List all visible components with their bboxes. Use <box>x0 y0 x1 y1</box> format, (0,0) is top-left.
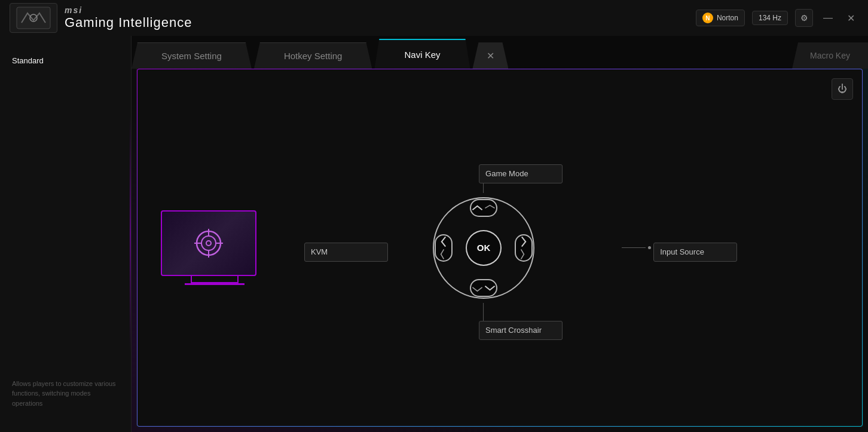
gear-icon: ⚙ <box>800 13 808 23</box>
tab-hotkey-label: Hotkey Setting <box>284 51 343 61</box>
titlebar: msi Gaming Intelligence N Norton 134 Hz … <box>0 0 868 36</box>
dpad-down-button[interactable] <box>470 279 497 297</box>
crosshair-graphic <box>191 225 227 261</box>
tab-hotkey-setting[interactable]: Hotkey Setting <box>254 42 372 69</box>
minimize-icon: — <box>823 13 833 23</box>
svg-point-4 <box>206 241 211 246</box>
logo-area: msi Gaming Intelligence <box>10 3 192 33</box>
smart-crosshair-dropdown[interactable]: Smart Crosshair <box>479 321 563 340</box>
tab-macro-label: Macro Key <box>810 51 850 60</box>
tab-navi-label: Navi Key <box>404 50 440 60</box>
tab-navi-key[interactable]: Navi Key <box>374 39 470 69</box>
navi-key-panel: ⏻ <box>136 69 863 427</box>
gear-button[interactable]: ⚙ <box>795 9 813 27</box>
main-layout: Standard Allows players to customize var… <box>0 36 868 432</box>
content-area: System Setting Hotkey Setting Navi Key ✕… <box>132 36 868 432</box>
dpad-up-button[interactable] <box>470 199 497 217</box>
left-dropdown-area: KVM ▼ <box>304 243 351 253</box>
bottom-dropdown-area: Smart Crosshair ▼ <box>479 303 488 332</box>
up-arrows-icon <box>471 204 484 212</box>
monitor-stand <box>191 276 239 283</box>
norton-icon: N <box>702 13 713 23</box>
sidebar-standard-label: Standard <box>12 56 44 65</box>
brand-gi-label: Gaming Intelligence <box>65 15 192 30</box>
svg-rect-0 <box>17 7 50 29</box>
right-connector-dot <box>648 246 651 249</box>
game-mode-wrapper: Game Mode ▼ <box>479 164 488 175</box>
input-source-dropdown[interactable]: Input Source <box>653 243 737 262</box>
power-icon: ⏻ <box>838 84 847 94</box>
close-window-icon: ✕ <box>847 13 855 24</box>
monitor-graphic <box>161 210 268 285</box>
bottom-connector-line <box>484 303 484 321</box>
left-arrows-icon2 <box>439 248 445 261</box>
kvm-dropdown[interactable]: KVM <box>304 243 388 262</box>
input-source-wrapper: Input Source ▼ <box>653 243 663 253</box>
sidebar: Standard Allows players to customize var… <box>0 36 132 432</box>
close-window-button[interactable]: ✕ <box>843 10 858 26</box>
titlebar-right: N Norton 134 Hz ⚙ — ✕ <box>696 9 858 27</box>
ok-label: OK <box>477 243 491 253</box>
tab-macro-key[interactable]: Macro Key <box>792 42 868 69</box>
right-arrows-icon2 <box>519 248 525 261</box>
down-arrows-icon <box>471 285 484 293</box>
norton-label: Norton <box>717 14 738 22</box>
panel-inner: ⏻ <box>137 69 863 427</box>
right-dropdown-area: Input Source ▼ <box>622 243 663 253</box>
right-horiz-line <box>622 247 646 248</box>
power-button[interactable]: ⏻ <box>832 78 853 100</box>
tab-system-label: System Setting <box>161 51 222 61</box>
smart-crosshair-wrapper: Smart Crosshair ▼ <box>479 321 488 332</box>
left-arrows-icon <box>439 235 448 248</box>
fps-badge: 134 Hz <box>752 11 788 25</box>
dpad-ring-container: OK <box>430 194 537 302</box>
tab-system-setting[interactable]: System Setting <box>132 42 252 69</box>
minimize-button[interactable]: — <box>820 10 836 26</box>
game-mode-dropdown[interactable]: Game Mode <box>479 164 563 183</box>
right-arrows-icon <box>519 235 528 248</box>
tabs-bar: System Setting Hotkey Setting Navi Key ✕… <box>132 36 868 69</box>
fps-label: 134 Hz <box>759 14 781 22</box>
sidebar-description: Allows players to customize various func… <box>0 367 131 421</box>
tab-close-icon: ✕ <box>487 50 494 62</box>
dpad-ok-button[interactable]: OK <box>466 230 502 266</box>
kvm-wrapper: KVM ▼ <box>304 243 314 253</box>
brand-title: msi Gaming Intelligence <box>65 5 192 30</box>
svg-point-3 <box>201 236 216 250</box>
tab-navi-close[interactable]: ✕ <box>472 42 508 69</box>
norton-badge: N Norton <box>696 10 745 26</box>
brand-msi-label: msi <box>65 5 192 15</box>
dpad-left-button[interactable] <box>435 234 453 262</box>
monitor-screen <box>161 210 256 276</box>
navi-control-container: Game Mode ▼ <box>304 164 663 332</box>
logo-icon <box>10 3 57 33</box>
dpad-center: OK <box>430 194 537 302</box>
up-arrows-icon2 <box>484 204 496 210</box>
monitor-base <box>185 283 244 285</box>
sidebar-item-standard[interactable]: Standard <box>0 48 131 73</box>
dpad-right-button[interactable] <box>515 234 533 262</box>
top-dropdown-area: Game Mode ▼ <box>479 164 488 193</box>
down-arrows-icon2 <box>484 284 496 292</box>
